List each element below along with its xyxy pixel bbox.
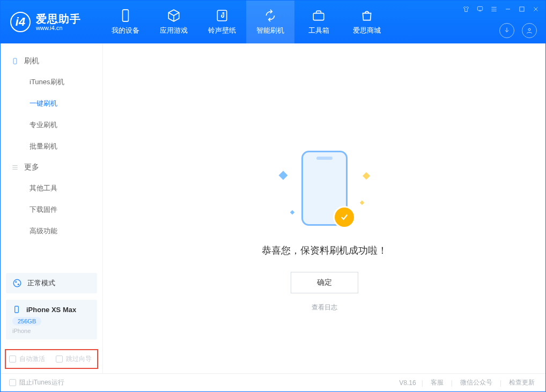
mode-card[interactable]: 正常模式 bbox=[6, 273, 97, 293]
success-message: 恭喜您，保资料刷机成功啦！ bbox=[262, 244, 387, 257]
svg-point-5 bbox=[528, 28, 530, 31]
success-illustration bbox=[279, 151, 370, 231]
sidebar-item-advanced[interactable]: 高级功能 bbox=[1, 220, 102, 242]
device-type: iPhone bbox=[12, 328, 91, 334]
svg-rect-10 bbox=[15, 306, 19, 313]
view-log-link[interactable]: 查看日志 bbox=[262, 303, 387, 312]
svg-rect-6 bbox=[13, 58, 17, 64]
app-name: 爱思助手 bbox=[36, 13, 81, 25]
device-name: iPhone XS Max bbox=[26, 306, 76, 314]
sidebar-group-label: 更多 bbox=[24, 162, 39, 172]
nav-store[interactable]: 爱思商城 bbox=[343, 1, 391, 43]
app-logo: i4 爱思助手 www.i4.cn bbox=[10, 1, 101, 43]
device-icon bbox=[12, 305, 21, 314]
ok-button[interactable]: 确定 bbox=[291, 272, 358, 293]
nav-my-device[interactable]: 我的设备 bbox=[101, 1, 150, 43]
checkbox-auto-activate[interactable]: 自动激活 bbox=[9, 354, 45, 364]
user-button[interactable] bbox=[522, 23, 537, 38]
checkbox-label: 阻止iTunes运行 bbox=[19, 378, 64, 387]
mode-label: 正常模式 bbox=[27, 278, 55, 288]
checkbox-icon bbox=[56, 356, 63, 363]
footer-link-wechat[interactable]: 微信公众号 bbox=[458, 378, 495, 387]
feedback-icon[interactable] bbox=[475, 4, 485, 14]
checkbox-label: 自动激活 bbox=[19, 354, 45, 364]
device-icon bbox=[119, 9, 132, 23]
footer-link-update[interactable]: 检查更新 bbox=[507, 378, 537, 387]
mode-icon bbox=[12, 278, 22, 288]
sidebar-item-oneclick-flash[interactable]: 一键刷机 bbox=[1, 93, 102, 114]
checkbox-icon bbox=[9, 356, 16, 363]
svg-rect-3 bbox=[477, 6, 482, 10]
app-header: i4 爱思助手 www.i4.cn 我的设备 应用游戏 铃声壁纸 智能刷机 工具… bbox=[1, 1, 545, 43]
checkbox-skip-guide[interactable]: 跳过向导 bbox=[56, 354, 92, 364]
logo-icon: i4 bbox=[10, 12, 31, 32]
sync-icon bbox=[263, 9, 277, 23]
download-button[interactable] bbox=[499, 23, 514, 38]
version-label: V8.16 bbox=[399, 379, 416, 387]
nav-smart-flash[interactable]: 智能刷机 bbox=[246, 1, 294, 43]
flash-options-highlight: 自动激活 跳过向导 bbox=[5, 349, 98, 369]
nav-label: 爱思商城 bbox=[353, 26, 381, 35]
svg-rect-2 bbox=[313, 13, 324, 20]
close-icon[interactable] bbox=[530, 4, 541, 14]
device-card[interactable]: iPhone XS Max 256GB iPhone bbox=[6, 300, 97, 339]
checkbox-icon bbox=[9, 379, 16, 386]
main-content: 恭喜您，保资料刷机成功啦！ 确定 查看日志 bbox=[102, 43, 545, 373]
svg-rect-0 bbox=[123, 10, 129, 21]
nav-toolbox[interactable]: 工具箱 bbox=[294, 1, 343, 43]
svg-point-7 bbox=[13, 279, 21, 287]
window-controls bbox=[461, 4, 541, 14]
shirt-icon[interactable] bbox=[461, 4, 471, 14]
nav-ringtones[interactable]: 铃声壁纸 bbox=[198, 1, 246, 43]
sidebar-item-download-firmware[interactable]: 下载固件 bbox=[1, 199, 102, 220]
svg-rect-4 bbox=[520, 7, 524, 11]
minimize-icon[interactable] bbox=[503, 4, 513, 14]
bag-icon bbox=[360, 9, 374, 23]
app-site: www.i4.cn bbox=[36, 25, 81, 31]
nav-label: 应用游戏 bbox=[160, 26, 188, 35]
checkbox-label: 跳过向导 bbox=[66, 354, 92, 364]
header-action-buttons bbox=[499, 23, 537, 38]
svg-point-9 bbox=[18, 284, 19, 285]
menu-icon[interactable] bbox=[489, 4, 499, 14]
nav-apps-games[interactable]: 应用游戏 bbox=[150, 1, 198, 43]
sidebar-item-batch-flash[interactable]: 批量刷机 bbox=[1, 136, 102, 157]
top-nav: 我的设备 应用游戏 铃声壁纸 智能刷机 工具箱 爱思商城 bbox=[101, 1, 391, 43]
sidebar-item-itunes-flash[interactable]: iTunes刷机 bbox=[1, 71, 102, 93]
sidebar-group-more: 更多 bbox=[1, 157, 102, 177]
nav-label: 我的设备 bbox=[112, 26, 139, 35]
phone-icon bbox=[11, 57, 19, 65]
status-bar: 阻止iTunes运行 V8.16 | 客服 | 微信公众号 | 检查更新 bbox=[1, 373, 545, 391]
sidebar-item-pro-flash[interactable]: 专业刷机 bbox=[1, 114, 102, 136]
check-badge-icon bbox=[335, 208, 354, 227]
nav-label: 工具箱 bbox=[308, 26, 329, 35]
music-icon bbox=[215, 9, 229, 23]
cube-icon bbox=[167, 9, 181, 23]
sidebar-item-other-tools[interactable]: 其他工具 bbox=[1, 177, 102, 199]
checkbox-block-itunes[interactable]: 阻止iTunes运行 bbox=[9, 378, 64, 387]
nav-label: 智能刷机 bbox=[256, 26, 284, 35]
svg-point-8 bbox=[15, 281, 17, 283]
nav-label: 铃声壁纸 bbox=[208, 26, 236, 35]
sidebar-group-flash: 刷机 bbox=[1, 51, 102, 71]
sidebar-group-label: 刷机 bbox=[24, 56, 39, 66]
device-capacity: 256GB bbox=[12, 317, 41, 326]
list-icon bbox=[11, 164, 19, 171]
maximize-icon[interactable] bbox=[517, 4, 527, 14]
toolbox-icon bbox=[312, 9, 326, 23]
sidebar: 刷机 iTunes刷机 一键刷机 专业刷机 批量刷机 更多 其他工具 下载固件 … bbox=[1, 43, 102, 373]
footer-link-support[interactable]: 客服 bbox=[429, 378, 446, 387]
